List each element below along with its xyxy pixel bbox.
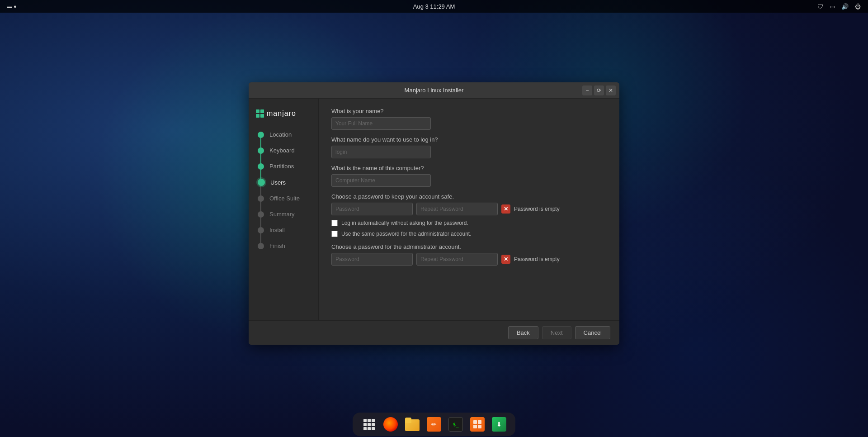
logo-icon xyxy=(256,109,264,118)
taskbar-item-calc[interactable] xyxy=(468,415,486,433)
sidebar-item-summary[interactable]: Summary xyxy=(249,206,318,222)
grid-icon xyxy=(363,419,375,430)
sidebar-item-users[interactable]: Users xyxy=(249,174,318,190)
close-button[interactable]: ✕ xyxy=(606,86,616,95)
login-input[interactable] xyxy=(331,146,431,158)
cancel-button[interactable]: Cancel xyxy=(575,326,610,339)
step-dot-finish xyxy=(258,243,264,249)
same-password-checkbox[interactable] xyxy=(331,231,338,237)
name-question: What is your name? xyxy=(331,108,607,114)
window-controls: − ⟳ ✕ xyxy=(582,86,616,95)
taskbar-item-installer[interactable]: ⬇ xyxy=(490,415,508,433)
step-dot-office xyxy=(258,195,264,202)
taskbar-item-editor[interactable]: ✏ xyxy=(425,415,443,433)
installer-window: Manjaro Linux Installer − ⟳ ✕ manjaro xyxy=(249,82,619,345)
sidebar-item-keyboard[interactable]: Keyboard xyxy=(249,142,318,158)
step-dot-keyboard xyxy=(258,147,264,154)
step-dot-location xyxy=(258,132,264,138)
top-bar-right: 🛡 ▭ 🔊 ⏻ xyxy=(817,3,861,10)
logo-text: manjaro xyxy=(267,109,296,118)
step-dot-users xyxy=(258,179,265,186)
same-password-label: Use the same password for the administra… xyxy=(341,231,471,237)
autologin-row: Log in automatically without asking for … xyxy=(331,220,607,226)
sidebar-item-finish[interactable]: Finish xyxy=(249,238,318,254)
minimize-button[interactable]: − xyxy=(582,86,592,95)
sidebar-steps: Location Keyboard Partitions xyxy=(249,127,318,254)
logo-sq-2 xyxy=(260,109,264,113)
main-content: What is your name? What name do you want… xyxy=(319,99,619,320)
admin-repeat-password-input[interactable] xyxy=(416,253,498,266)
password-input[interactable] xyxy=(331,203,413,215)
terminal-icon: $_ xyxy=(448,417,463,432)
step-dot-summary xyxy=(258,211,264,218)
logo-sq-1 xyxy=(256,109,259,113)
editor-icon: ✏ xyxy=(427,417,441,432)
taskbar-item-files[interactable] xyxy=(403,415,421,433)
top-bar-datetime: Aug 3 11:29 AM xyxy=(413,3,455,10)
volume-icon: 🔊 xyxy=(841,3,849,10)
taskbar: ✏ $_ ⬇ xyxy=(0,412,868,437)
logo-sq-3 xyxy=(256,114,259,118)
autologin-checkbox[interactable] xyxy=(331,220,338,226)
taskbar-item-firefox[interactable] xyxy=(382,415,400,433)
password-row: ✕ Password is empty xyxy=(331,203,607,215)
display-icon: ▭ xyxy=(830,3,835,10)
sidebar: manjaro Location Keyboard xyxy=(249,99,319,320)
sidebar-item-partitions[interactable]: Partitions xyxy=(249,158,318,174)
same-password-row: Use the same password for the administra… xyxy=(331,231,607,237)
taskbar-item-terminal[interactable]: $_ xyxy=(447,415,465,433)
shield-icon: 🛡 xyxy=(817,3,823,10)
calc-icon xyxy=(470,417,485,432)
admin-password-input[interactable] xyxy=(331,253,413,266)
password-question: Choose a password to keep your account s… xyxy=(331,193,607,200)
step-dot-partitions xyxy=(258,163,264,170)
window-titlebar: Manjaro Linux Installer − ⟳ ✕ xyxy=(249,82,619,99)
window-title: Manjaro Linux Installer xyxy=(405,87,464,94)
files-icon xyxy=(405,418,420,431)
autologin-label: Log in automatically without asking for … xyxy=(341,220,468,226)
login-question: What name do you want to use to log in? xyxy=(331,136,607,143)
taskbar-item-grid[interactable] xyxy=(360,415,378,433)
sidebar-item-office-suite[interactable]: Office Suite xyxy=(249,190,318,206)
power-icon[interactable]: ⏻ xyxy=(855,3,861,10)
admin-error-text: Password is empty xyxy=(514,256,560,262)
next-button[interactable]: Next xyxy=(542,326,571,339)
admin-error-icon: ✕ xyxy=(501,255,510,264)
admin-question: Choose a password for the administrator … xyxy=(331,243,607,250)
top-bar-left: ▬ ● xyxy=(7,4,17,9)
window-footer: Back Next Cancel xyxy=(249,320,619,345)
restore-button[interactable]: ⟳ xyxy=(594,86,604,95)
firefox-icon xyxy=(383,417,398,432)
repeat-password-input[interactable] xyxy=(416,203,498,215)
back-button[interactable]: Back xyxy=(508,326,538,339)
battery-indicator: ▬ ● xyxy=(7,4,17,9)
top-bar: ▬ ● Aug 3 11:29 AM 🛡 ▭ 🔊 ⏻ xyxy=(0,0,868,13)
sidebar-item-location[interactable]: Location xyxy=(249,127,318,142)
computer-question: What is the name of this computer? xyxy=(331,165,607,171)
logo: manjaro xyxy=(256,109,311,118)
taskbar-inner: ✏ $_ ⬇ xyxy=(353,413,515,436)
full-name-input[interactable] xyxy=(331,117,431,130)
admin-password-row: ✕ Password is empty xyxy=(331,253,607,266)
sidebar-item-install[interactable]: Install xyxy=(249,222,318,238)
step-dot-install xyxy=(258,227,264,233)
computer-name-input[interactable] xyxy=(331,174,431,187)
sidebar-logo: manjaro xyxy=(249,106,318,127)
installer-icon: ⬇ xyxy=(492,417,506,432)
password-error-icon: ✕ xyxy=(501,204,510,214)
window-body: manjaro Location Keyboard xyxy=(249,99,619,320)
password-error-text: Password is empty xyxy=(514,206,560,212)
logo-sq-4 xyxy=(260,114,264,118)
